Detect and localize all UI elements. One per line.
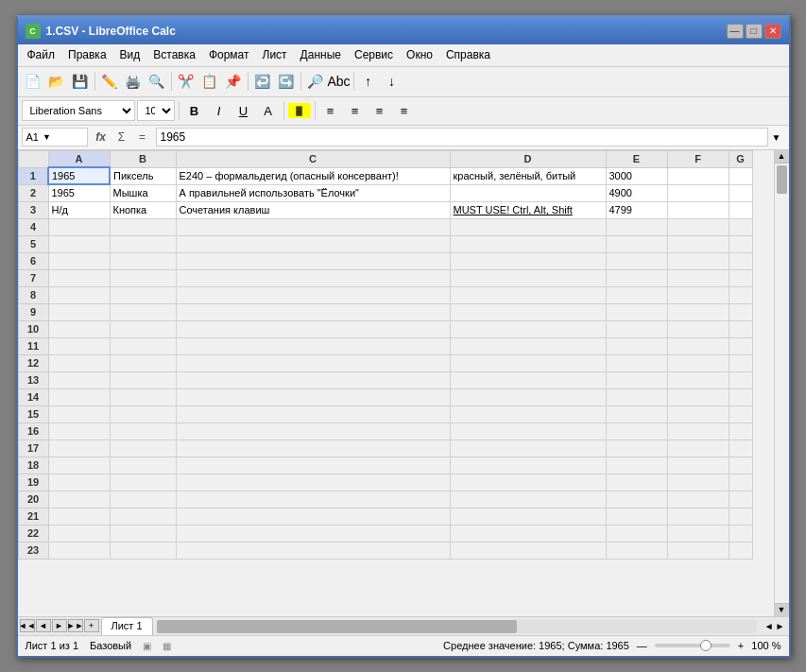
cell-E23[interactable] [606,542,667,559]
cell-E1[interactable]: 3000 [606,167,667,184]
edit-button[interactable]: ✏️ [98,70,121,93]
cell-C2[interactable]: А правильней использовать "Ёлочки" [176,184,450,201]
scroll-up-btn[interactable]: ▲ [775,150,789,164]
sheet-tab-1[interactable]: Лист 1 [101,617,153,636]
cell-F6[interactable] [667,252,729,269]
cell-G18[interactable] [729,457,752,474]
row-header-3[interactable]: 3 [18,201,48,218]
cell-G19[interactable] [729,474,752,491]
cell-D4[interactable] [450,218,606,235]
cell-C16[interactable] [176,422,450,439]
cell-C14[interactable] [176,388,450,405]
cell-ref-arrow[interactable]: ▼ [43,132,51,142]
cell-F10[interactable] [667,320,729,337]
cell-A16[interactable] [48,422,110,439]
paste-button[interactable]: 📌 [222,70,245,93]
cell-C4[interactable] [176,218,450,235]
row-header-13[interactable]: 13 [18,371,48,388]
cell-G12[interactable] [729,354,752,371]
cell-C18[interactable] [176,457,450,474]
cell-C20[interactable] [176,491,450,508]
cell-E9[interactable] [606,303,667,320]
function-icon[interactable]: fx [92,128,111,146]
row-header-12[interactable]: 12 [18,354,48,371]
cell-G14[interactable] [729,388,752,405]
cell-C9[interactable] [176,303,450,320]
horizontal-scrollbar-track[interactable] [157,620,757,633]
cell-G15[interactable] [729,405,752,422]
row-header-18[interactable]: 18 [18,457,48,474]
font-color-button[interactable]: A [257,100,280,121]
cell-G21[interactable] [729,508,752,525]
cell-D17[interactable] [450,439,606,457]
cell-G16[interactable] [729,422,752,439]
cell-F13[interactable] [667,371,729,388]
cell-C23[interactable] [176,542,450,559]
formula-input[interactable] [156,128,768,146]
cell-E11[interactable] [606,337,667,354]
col-header-f[interactable]: F [667,150,729,167]
zoom-slider[interactable] [655,644,730,647]
cell-A10[interactable] [48,320,110,337]
row-header-5[interactable]: 5 [18,235,48,252]
cell-D2[interactable] [450,184,606,201]
cell-D14[interactable] [450,388,606,405]
cell-E10[interactable] [606,320,667,337]
cell-D20[interactable] [450,491,606,508]
undo-button[interactable]: ↩️ [251,70,274,93]
cell-C12[interactable] [176,354,450,371]
cell-B5[interactable] [110,235,176,252]
justify-button[interactable]: ≡ [393,100,416,121]
cell-G4[interactable] [729,218,752,235]
menu-view[interactable]: Вид [114,46,146,63]
cell-C8[interactable] [176,286,450,303]
formula-dropdown-icon[interactable]: ▼ [772,132,785,143]
cell-E13[interactable] [606,371,667,388]
cell-B1[interactable]: Пиксель [110,167,176,184]
cell-A7[interactable] [48,269,110,286]
font-size-selector[interactable]: 10 [137,100,175,121]
cell-A22[interactable] [48,525,110,542]
row-header-6[interactable]: 6 [18,252,48,269]
tab-next-btn[interactable]: ► [52,619,67,632]
cell-F23[interactable] [667,542,729,559]
cell-reference-box[interactable]: A1 ▼ [22,128,88,146]
cell-A8[interactable] [48,286,110,303]
cell-D7[interactable] [450,269,606,286]
row-header-14[interactable]: 14 [18,388,48,405]
cell-D8[interactable] [450,286,606,303]
equals-icon[interactable]: = [133,128,152,146]
tab-first-btn[interactable]: ◄◄ [20,619,35,632]
cell-C22[interactable] [176,525,450,542]
col-header-e[interactable]: E [606,150,667,167]
cell-E22[interactable] [606,525,667,542]
cell-D6[interactable] [450,252,606,269]
cell-B14[interactable] [110,388,176,405]
col-header-b[interactable]: B [110,150,176,167]
cell-B10[interactable] [110,320,176,337]
cell-C19[interactable] [176,474,450,491]
scroll-track[interactable] [775,164,789,603]
cell-E6[interactable] [606,252,667,269]
redo-button[interactable]: ↪️ [275,70,298,93]
zoom-thumb[interactable] [700,640,712,651]
menu-sheet[interactable]: Лист [257,46,293,63]
menu-help[interactable]: Справка [440,46,496,63]
cell-A20[interactable] [48,491,110,508]
cell-B16[interactable] [110,422,176,439]
cell-A15[interactable] [48,405,110,422]
zoom-minus-icon[interactable]: — [637,640,647,651]
cell-F20[interactable] [667,491,729,508]
row-header-2[interactable]: 2 [18,184,48,201]
cell-E15[interactable] [606,405,667,422]
cell-A12[interactable] [48,354,110,371]
maximize-button[interactable]: □ [746,24,763,39]
cell-D21[interactable] [450,508,606,525]
cell-G17[interactable] [729,439,752,457]
cell-B20[interactable] [110,491,176,508]
cell-E3[interactable]: 4799 [606,201,667,218]
cell-A2[interactable]: 1965 [48,184,110,201]
cell-E12[interactable] [606,354,667,371]
cell-D19[interactable] [450,474,606,491]
cell-C10[interactable] [176,320,450,337]
